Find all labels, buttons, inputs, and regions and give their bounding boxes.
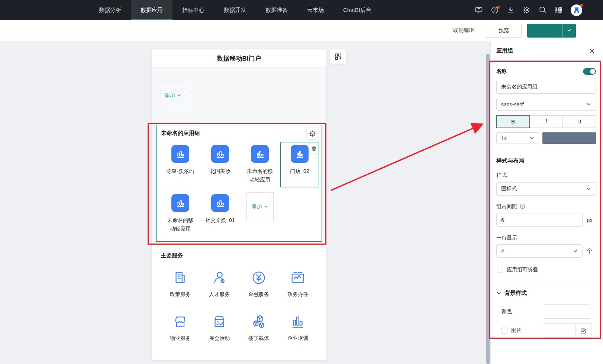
- collapsible-row: 应用组可折叠: [496, 267, 596, 273]
- app-grid: 陈奎-沃尔玛 北国美妆 未命名的移动轻应用 门店_02: [161, 142, 317, 236]
- nav-item-data-application[interactable]: 数据应用: [131, 0, 172, 20]
- image-checkbox[interactable]: [502, 328, 507, 334]
- name-toggle[interactable]: [583, 68, 596, 75]
- spacing-input[interactable]: 6: [496, 213, 583, 227]
- nav-item-data-analysis[interactable]: 数据分析: [89, 0, 131, 20]
- style-select[interactable]: 图标式: [496, 182, 596, 196]
- download-icon[interactable]: [507, 6, 515, 14]
- font-style-group: B I U: [496, 115, 596, 128]
- bar-chart-app-icon: [171, 194, 189, 212]
- cancel-edit-button[interactable]: 取消编辑: [453, 27, 474, 34]
- font-size-row: 14: [496, 132, 596, 144]
- per-row-select[interactable]: 4: [496, 244, 583, 258]
- service-item[interactable]: 政务办件: [278, 270, 318, 298]
- per-row-row: 4 个: [496, 241, 596, 258]
- underline-button[interactable]: U: [562, 115, 596, 128]
- service-item[interactable]: 金融服务: [239, 270, 278, 298]
- mobile-portal-canvas: 数据移动BI门户 添加 未命名的应用组 陈奎-沃尔玛: [152, 49, 326, 360]
- service-label: 物业服务: [170, 335, 191, 342]
- finance-yuan-icon: [250, 270, 267, 287]
- add-component-button[interactable]: 添加: [161, 81, 185, 110]
- app-tile[interactable]: 陈奎-沃尔玛: [161, 142, 200, 187]
- image-label: 图片: [511, 327, 544, 334]
- nav-item-metric-center[interactable]: 指标中心: [172, 0, 214, 20]
- add-app-cell: 添加: [241, 191, 279, 236]
- notification-dot: [497, 6, 500, 9]
- edit-toolbar: 取消编辑 预览 保存: [0, 20, 603, 41]
- app-tile[interactable]: 北国美妆: [201, 142, 239, 187]
- nav-item-chatbi-admin[interactable]: ChatBI后台: [333, 0, 381, 20]
- panel-header: 应用组: [496, 41, 596, 61]
- font-color-swatch[interactable]: [542, 132, 596, 144]
- service-item[interactable]: 楼宇载体: [239, 313, 278, 342]
- app-group-card[interactable]: 未命名的应用组 陈奎-沃尔玛 北国美妆 未命名的移动轻应用: [156, 125, 322, 242]
- edit-image-button[interactable]: [575, 323, 591, 338]
- svg-text:?: ?: [494, 8, 496, 12]
- search-icon[interactable]: [539, 6, 547, 14]
- chevron-down-icon: [177, 93, 181, 98]
- font-family-value: sans-serif: [501, 102, 524, 107]
- building-blocks-icon: [250, 313, 267, 331]
- portal-body: 添加 未命名的应用组 陈奎-沃尔玛 北国美妆: [152, 68, 326, 360]
- help-icon[interactable]: ?: [491, 6, 499, 14]
- background-color-input[interactable]: [544, 304, 590, 319]
- app-tile[interactable]: 未命名的移动轻应用: [161, 191, 200, 236]
- nav-item-data-development[interactable]: 数据开发: [214, 0, 256, 20]
- bar-chart-app-icon: [171, 145, 189, 163]
- chevron-down-icon: [573, 249, 578, 254]
- nav-icon-cluster: ?: [475, 0, 582, 20]
- section-divider: [496, 283, 596, 283]
- user-avatar[interactable]: [571, 4, 582, 16]
- font-family-select[interactable]: sans-serif: [496, 98, 596, 111]
- toggle-knob: [590, 69, 595, 74]
- app-group-title: 未命名的应用组: [161, 130, 317, 137]
- gear-icon: [309, 130, 316, 137]
- spacing-label-row: 组内间距: [496, 203, 596, 210]
- info-icon[interactable]: [520, 203, 525, 210]
- color-label: 颜色: [502, 308, 544, 315]
- nav-item-data-preparation[interactable]: 数据准备: [256, 0, 297, 20]
- save-button[interactable]: 保存: [527, 24, 562, 38]
- training-bars-icon: [289, 313, 306, 331]
- close-icon: [589, 48, 595, 54]
- panel-scrollbar[interactable]: [486, 54, 490, 364]
- style-label: 样式: [496, 172, 596, 179]
- app-tile[interactable]: 未命名的移动轻应用: [241, 142, 279, 187]
- portal-title: 数据移动BI门户: [217, 54, 261, 63]
- app-group-settings-panel: 应用组 名称 未命名的应用组 sans-serif B I U 14 样: [490, 41, 603, 364]
- italic-button[interactable]: I: [529, 115, 563, 128]
- add-label: 添加: [165, 92, 175, 99]
- preview-button[interactable]: 预览: [486, 24, 522, 38]
- apps-grid-icon[interactable]: [555, 6, 563, 14]
- policy-doc-icon: [172, 270, 189, 287]
- save-dropdown-button[interactable]: [562, 24, 576, 38]
- chevron-down-icon: [586, 187, 591, 191]
- service-item[interactable]: 企业培训: [278, 313, 318, 342]
- component-layout-button[interactable]: [330, 49, 346, 64]
- group-settings-button[interactable]: [307, 128, 318, 139]
- service-item[interactable]: 展会活动: [200, 313, 239, 342]
- client-download-icon[interactable]: [475, 6, 483, 14]
- background-heading: 背景样式: [504, 290, 527, 297]
- editor-main: 数据移动BI门户 添加 未命名的应用组 陈奎-沃尔玛: [0, 41, 603, 364]
- app-tile[interactable]: 社交文娱_01: [201, 191, 239, 236]
- add-app-button[interactable]: 添加: [246, 192, 274, 221]
- font-size-select[interactable]: 14: [496, 132, 539, 144]
- nav-item-cloud-market[interactable]: 云市场: [297, 0, 333, 20]
- bold-button[interactable]: B: [496, 115, 530, 128]
- bar-chart-app-icon: [211, 145, 229, 163]
- group-name-input[interactable]: 未命名的应用组: [496, 80, 596, 94]
- delete-app-button[interactable]: [309, 144, 319, 153]
- service-item[interactable]: 政策服务: [161, 270, 200, 298]
- background-section-header[interactable]: 背景样式: [496, 290, 596, 297]
- app-label: 社交文娱_01: [205, 216, 235, 225]
- service-item[interactable]: 人才服务: [200, 270, 239, 298]
- name-row: 名称: [496, 68, 596, 75]
- service-item[interactable]: 物业服务: [161, 313, 200, 342]
- app-tile-selected[interactable]: 门店_02: [280, 142, 319, 187]
- close-panel-button[interactable]: [588, 47, 596, 55]
- collapsible-checkbox[interactable]: [497, 267, 503, 273]
- background-image-input[interactable]: [544, 323, 575, 338]
- trash-icon: [311, 146, 317, 151]
- settings-gear-icon[interactable]: [523, 6, 531, 14]
